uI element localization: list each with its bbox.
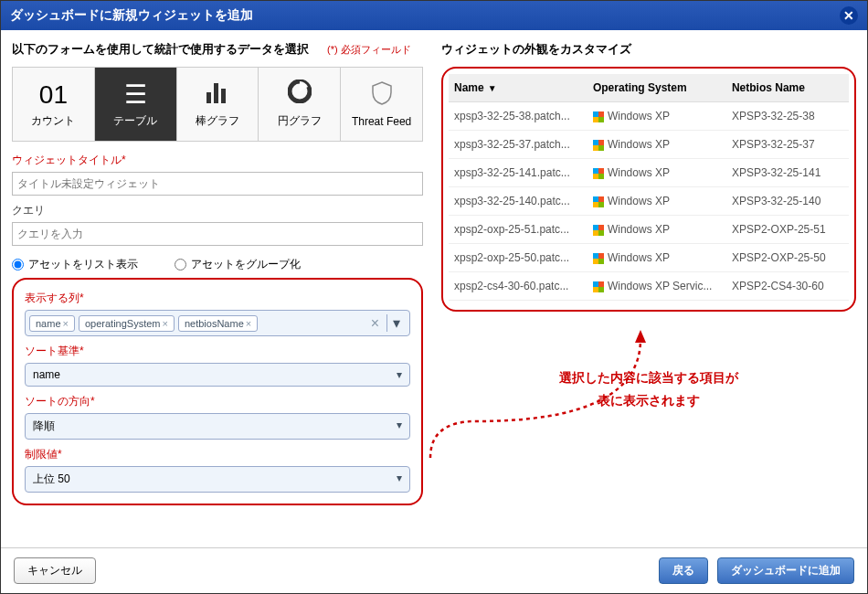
close-icon[interactable]: ×: [63, 318, 69, 329]
query-label: クエリ: [12, 203, 423, 218]
query-input[interactable]: [12, 222, 423, 246]
widget-title-label: ウィジェットタイトル*: [12, 153, 423, 168]
cell-os: Windows XP: [587, 187, 726, 216]
close-icon[interactable]: ×: [246, 318, 251, 329]
table-row[interactable]: xpsp3-32-25-140.patc...Windows XPXPSP3-3…: [449, 187, 849, 216]
cell-os: Windows XP: [587, 102, 726, 131]
col-name[interactable]: Name▼: [449, 74, 587, 102]
widget-type-tabs: 01 カウント ☰ テーブル 棒グラフ 円グラフ Threat Feed: [12, 67, 423, 142]
col-os[interactable]: Operating System: [587, 74, 726, 102]
tab-bar[interactable]: 棒グラフ: [176, 68, 259, 141]
cell-os: Windows XP: [587, 244, 726, 272]
cell-os: Windows XP: [587, 216, 726, 244]
radio-group-input[interactable]: [175, 259, 186, 270]
tab-threat-feed[interactable]: Threat Feed: [340, 68, 422, 141]
right-panel: ウィジェットの外観をカスタマイズ Name▼ Operating System …: [441, 41, 856, 531]
sort-desc-icon: ▼: [488, 83, 497, 93]
cell-name: xpsp3-32-25-37.patch...: [449, 131, 587, 159]
cancel-button[interactable]: キャンセル: [14, 557, 96, 584]
svg-rect-0: [206, 92, 211, 103]
shield-icon: [372, 81, 392, 111]
windows-icon: [593, 196, 604, 207]
close-icon[interactable]: ✕: [840, 6, 858, 25]
table-row[interactable]: xpsp3-32-25-141.patc...Windows XPXPSP3-3…: [449, 159, 849, 187]
table-icon: ☰: [124, 80, 147, 110]
cell-name: xpsp3-32-25-141.patc...: [449, 159, 587, 187]
cell-nb: XPSP2-OXP-25-51: [726, 216, 849, 244]
cell-name: xpsp2-oxp-25-51.patc...: [449, 216, 587, 244]
clear-tokens-icon[interactable]: ×: [367, 315, 383, 332]
radio-group-assets[interactable]: アセットをグループ化: [175, 257, 301, 272]
pie-chart-icon: [288, 80, 312, 110]
left-panel: 以下のフォームを使用して統計で使用するデータを選択 (*) 必須フィールド 01…: [12, 41, 423, 531]
windows-icon: [593, 253, 604, 264]
tab-table-label: テーブル: [113, 113, 157, 129]
radio-group-label: アセットをグループ化: [191, 257, 301, 272]
widget-title-input[interactable]: [12, 172, 423, 196]
tab-pie[interactable]: 円グラフ: [258, 68, 340, 141]
tab-feed-label: Threat Feed: [352, 115, 411, 128]
cell-os: Windows XP: [587, 159, 726, 187]
config-box: 表示する列* name × operatingSystem × netbiosN…: [12, 278, 423, 505]
dialog-title: ダッシュボードに新規ウィジェットを追加: [10, 7, 253, 24]
windows-icon: [593, 111, 604, 122]
right-header: ウィジェットの外観をカスタマイズ: [441, 41, 631, 58]
svg-rect-1: [214, 83, 218, 103]
sort-dir-label: ソートの方向*: [25, 394, 410, 409]
cell-nb: XPSP2-CS4-30-60: [726, 272, 849, 301]
token-nb[interactable]: netbiosName ×: [178, 315, 258, 332]
token-os[interactable]: operatingSystem ×: [79, 315, 175, 332]
chevron-down-icon[interactable]: ▾: [386, 314, 406, 332]
cell-nb: XPSP3-32-25-141: [726, 159, 849, 187]
table-row[interactable]: xpsp2-oxp-25-51.patc...Windows XPXPSP2-O…: [449, 216, 849, 244]
sort-dir-select[interactable]: 降順: [25, 413, 410, 440]
annotation-text: 選択した内容に該当する項目が 表に表示されます: [441, 366, 856, 412]
columns-multiselect[interactable]: name × operatingSystem × netbiosName × ×…: [25, 310, 410, 336]
close-icon[interactable]: ×: [163, 318, 168, 329]
col-nb[interactable]: Netbios Name: [726, 74, 849, 102]
radio-list-assets[interactable]: アセットをリスト表示: [12, 257, 138, 272]
tab-bar-label: 棒グラフ: [196, 113, 239, 129]
sort-by-label: ソート基準*: [25, 344, 410, 359]
cell-nb: XPSP3-32-25-38: [726, 102, 849, 131]
add-to-dashboard-button[interactable]: ダッシュボードに追加: [717, 557, 854, 584]
windows-icon: [593, 140, 604, 151]
cell-name: xpsp2-oxp-25-50.patc...: [449, 244, 587, 272]
tab-table[interactable]: ☰ テーブル: [94, 68, 176, 141]
table-row[interactable]: xpsp3-32-25-37.patch...Windows XPXPSP3-3…: [449, 131, 849, 159]
cell-os: Windows XP: [587, 131, 726, 159]
svg-rect-2: [221, 89, 226, 103]
windows-icon: [593, 225, 604, 236]
limit-select[interactable]: 上位 50: [25, 466, 410, 493]
radio-list-input[interactable]: [12, 259, 24, 270]
radio-list-label: アセットをリスト表示: [28, 257, 138, 272]
tab-count-label: カウント: [31, 113, 75, 129]
tab-pie-label: 円グラフ: [278, 113, 322, 129]
table-row[interactable]: xpsp2-cs4-30-60.patc...Windows XP Servic…: [449, 272, 849, 301]
table-row[interactable]: xpsp2-oxp-25-50.patc...Windows XPXPSP2-O…: [449, 244, 849, 272]
left-header: 以下のフォームを使用して統計で使用するデータを選択: [12, 41, 309, 58]
preview-table: Name▼ Operating System Netbios Name xpsp…: [449, 74, 849, 301]
cell-name: xpsp2-cs4-30-60.patc...: [449, 272, 587, 301]
count-icon: 01: [39, 80, 68, 110]
cell-name: xpsp3-32-25-38.patch...: [449, 102, 587, 131]
cell-os: Windows XP Servic...: [587, 272, 726, 301]
limit-label: 制限値*: [25, 447, 410, 462]
back-button[interactable]: 戻る: [659, 557, 708, 584]
table-row[interactable]: xpsp3-32-25-38.patch...Windows XPXPSP3-3…: [449, 102, 849, 131]
dialog-footer: キャンセル 戻る ダッシュボードに追加: [1, 547, 867, 593]
sort-by-select[interactable]: name: [25, 363, 410, 387]
token-name[interactable]: name ×: [29, 315, 75, 332]
windows-icon: [593, 168, 604, 179]
required-note: (*) 必須フィールド: [327, 43, 411, 57]
windows-icon: [593, 281, 604, 292]
cell-name: xpsp3-32-25-140.patc...: [449, 187, 587, 216]
cell-nb: XPSP3-32-25-140: [726, 187, 849, 216]
cell-nb: XPSP2-OXP-25-50: [726, 244, 849, 272]
preview-box: Name▼ Operating System Netbios Name xpsp…: [441, 67, 856, 312]
tab-count[interactable]: 01 カウント: [13, 68, 94, 141]
cell-nb: XPSP3-32-25-37: [726, 131, 849, 159]
columns-label: 表示する列*: [25, 291, 410, 306]
bar-chart-icon: [205, 80, 230, 110]
